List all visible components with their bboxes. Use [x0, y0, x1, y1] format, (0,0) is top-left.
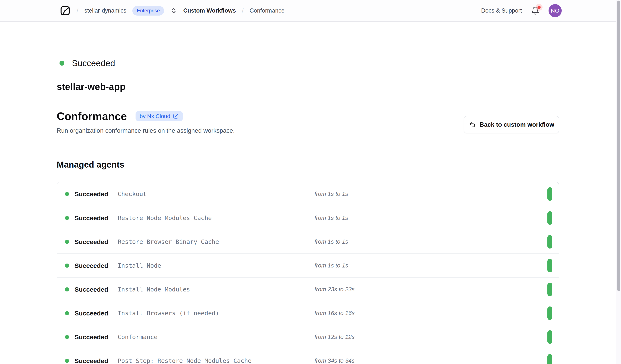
row-status-label: Succeeded [74, 238, 108, 245]
scrollbar-thumb[interactable] [617, 0, 620, 291]
managed-agents-title: Managed agents [57, 159, 124, 170]
status-dot-icon [65, 192, 69, 196]
task-duration-bar [547, 187, 552, 201]
task-duration-bar [547, 354, 552, 364]
run-status: Succeeded [59, 58, 115, 68]
task-duration-bar [547, 283, 552, 296]
notification-badge [537, 6, 541, 9]
breadcrumb-custom-workflows[interactable]: Custom Workflows [183, 7, 236, 14]
row-status-label: Succeeded [74, 357, 108, 364]
row-status-label: Succeeded [74, 286, 108, 293]
page-content: Succeeded stellar-web-app Conformance by… [0, 22, 616, 364]
row-status-label: Succeeded [74, 309, 108, 317]
row-task-name: Install Node Modules [118, 286, 190, 293]
row-time-range: from 1s to 1s [314, 215, 348, 221]
row-task-name: Restore Node Modules Cache [118, 214, 212, 222]
status-dot-icon [65, 264, 69, 268]
header-actions: Docs & Support NO [481, 4, 562, 17]
task-duration-bar [547, 259, 552, 272]
task-duration-bar [547, 235, 552, 249]
row-task-name: Restore Browser Binary Cache [118, 238, 219, 245]
row-time-range: from 34s to 34s [314, 357, 355, 364]
breadcrumb-current-page: Conformance [250, 7, 285, 14]
nx-logo-icon [173, 113, 179, 119]
breadcrumb-separator: / [242, 7, 243, 14]
status-dot-icon [65, 359, 69, 363]
agent-task-row[interactable]: Succeeded Install Node from 1s to 1s [57, 253, 559, 277]
row-task-name: Conformance [118, 333, 157, 341]
row-time-range: from 1s to 1s [314, 262, 348, 269]
row-status-label: Succeeded [74, 333, 108, 341]
status-dot-icon [65, 335, 69, 339]
task-duration-bar [547, 306, 552, 320]
workspace-title: stellar-web-app [57, 81, 126, 92]
row-task-name: Install Browsers (if needed) [118, 310, 219, 317]
breadcrumb: / stellar-dynamics Enterprise Custom Wor… [60, 5, 285, 16]
task-duration-bar [547, 330, 552, 344]
status-dot-icon [59, 61, 64, 66]
row-time-range: from 16s to 16s [314, 310, 355, 317]
status-dot-icon [65, 216, 69, 220]
agent-task-row[interactable]: Succeeded Install Node Modules from 23s … [57, 277, 559, 301]
avatar[interactable]: NO [549, 4, 562, 17]
row-status-label: Succeeded [74, 262, 108, 269]
row-task-name: Install Node [118, 262, 161, 269]
status-dot-icon [65, 287, 69, 291]
agent-task-row[interactable]: Succeeded Restore Browser Binary Cache f… [57, 230, 559, 253]
notifications-bell-icon[interactable] [531, 6, 539, 15]
top-nav: / stellar-dynamics Enterprise Custom Wor… [0, 0, 616, 22]
row-task-name: Post Step: Restore Node Modules Cache [118, 357, 252, 364]
row-time-range: from 23s to 23s [314, 286, 355, 293]
agent-task-row[interactable]: Succeeded Checkout from 1s to 1s [57, 182, 559, 206]
breadcrumb-org[interactable]: stellar-dynamics [84, 7, 126, 14]
status-dot-icon [65, 240, 69, 244]
back-to-custom-workflow-button[interactable]: Back to custom workflow [464, 116, 559, 133]
row-time-range: from 12s to 12s [314, 334, 355, 340]
scrollbar-track [616, 0, 621, 364]
undo-arrow-icon [469, 121, 476, 128]
docs-support-link[interactable]: Docs & Support [481, 7, 522, 14]
chevrons-up-down-icon[interactable] [170, 7, 177, 14]
task-duration-bar [547, 211, 552, 225]
by-nx-cloud-badge[interactable]: by Nx Cloud [136, 111, 183, 121]
managed-agents-list: Succeeded Checkout from 1s to 1s Succeed… [57, 182, 559, 364]
status-dot-icon [65, 311, 69, 315]
breadcrumb-separator: / [77, 7, 78, 14]
row-status-label: Succeeded [74, 214, 108, 222]
agent-task-row[interactable]: Succeeded Conformance from 12s to 12s [57, 325, 559, 349]
row-status-label: Succeeded [74, 190, 108, 198]
agent-task-row[interactable]: Succeeded Install Browsers (if needed) f… [57, 301, 559, 325]
enterprise-badge[interactable]: Enterprise [132, 6, 164, 16]
nx-logo-icon[interactable] [60, 5, 70, 16]
back-button-label: Back to custom workflow [480, 121, 554, 128]
agent-task-row[interactable]: Succeeded Post Step: Restore Node Module… [57, 349, 559, 364]
agent-task-row[interactable]: Succeeded Restore Node Modules Cache fro… [57, 206, 559, 230]
row-time-range: from 1s to 1s [314, 238, 348, 245]
run-status-label: Succeeded [72, 58, 115, 68]
by-nx-cloud-label: by Nx Cloud [140, 113, 170, 119]
row-task-name: Checkout [118, 190, 147, 198]
row-time-range: from 1s to 1s [314, 191, 348, 197]
workflow-header: Conformance by Nx Cloud [57, 110, 183, 122]
workflow-title: Conformance [57, 110, 127, 122]
workflow-description: Run organization conformance rules on th… [57, 127, 235, 134]
